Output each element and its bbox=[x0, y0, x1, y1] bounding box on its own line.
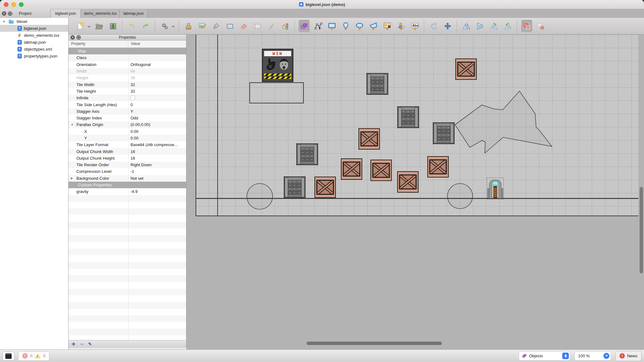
insert-template-icon[interactable] bbox=[396, 20, 406, 32]
shape-fill-icon[interactable] bbox=[225, 20, 235, 32]
chevron-down-icon[interactable] bbox=[87, 24, 91, 28]
property-value[interactable]: Not set bbox=[128, 175, 186, 182]
property-row-Y[interactable]: Y0.00 bbox=[69, 135, 186, 141]
property-row-Tile Height[interactable]: Tile Height32 bbox=[69, 88, 186, 95]
redo-icon[interactable] bbox=[140, 20, 151, 32]
property-row-Stagger Index[interactable]: Stagger IndexOdd bbox=[69, 115, 186, 121]
property-row-Orientation[interactable]: OrientationOrthogonal bbox=[69, 61, 186, 68]
metal-crate[interactable] bbox=[367, 73, 388, 95]
tab-labmap.json[interactable]: labmap.json bbox=[119, 9, 148, 18]
tab-demo_elements.tsx[interactable]: demo_elements.tsx bbox=[81, 9, 119, 18]
select-same-tile-icon[interactable] bbox=[280, 20, 291, 32]
property-value[interactable]: -4.9 bbox=[128, 188, 186, 195]
flip-horizontal-icon[interactable] bbox=[461, 20, 472, 32]
portal[interactable] bbox=[487, 178, 504, 199]
tab-biglevel.json[interactable]: biglevel.json bbox=[51, 9, 81, 18]
rotate-right-icon[interactable] bbox=[502, 20, 513, 32]
property-value[interactable]: Y bbox=[128, 108, 186, 115]
property-value[interactable]: Right Down bbox=[128, 162, 186, 168]
insert-polygon-icon[interactable] bbox=[368, 20, 379, 32]
insert-point-icon[interactable] bbox=[340, 20, 351, 32]
property-row-Tile Render Order[interactable]: Tile Render OrderRight Down bbox=[69, 162, 186, 168]
expander-right-icon[interactable]: ▶ bbox=[71, 177, 73, 180]
metal-crate[interactable] bbox=[284, 177, 305, 198]
zoom-window-button[interactable] bbox=[19, 2, 24, 7]
platform-rect[interactable] bbox=[249, 82, 304, 103]
property-row-X[interactable]: X0.00 bbox=[69, 128, 186, 135]
property-value[interactable] bbox=[128, 54, 186, 61]
minimize-window-button[interactable] bbox=[11, 2, 16, 7]
property-value[interactable]: 0.00 bbox=[128, 128, 186, 135]
property-value[interactable]: 16 bbox=[128, 155, 186, 162]
property-value[interactable]: 16 bbox=[128, 148, 186, 155]
close-window-button[interactable] bbox=[4, 2, 8, 7]
wood-crate[interactable] bbox=[455, 58, 477, 80]
tree-item-propertytypes.json[interactable]: propertytypes.json bbox=[0, 52, 68, 59]
document-new-icon[interactable] bbox=[75, 20, 86, 32]
property-row-Output Chunk Height[interactable]: Output Chunk Height16 bbox=[69, 155, 186, 162]
property-row-Tile Layer Format[interactable]: Tile Layer FormatBase64 (zlib compresse.… bbox=[69, 141, 186, 148]
tree-item-demo_elements.tsx[interactable]: demo_elements.tsx bbox=[0, 32, 68, 39]
property-value[interactable]: Orthogonal bbox=[128, 61, 186, 68]
property-row-Tile Width[interactable]: Tile Width32 bbox=[69, 81, 186, 88]
metal-crate[interactable] bbox=[297, 144, 318, 165]
metal-crate[interactable] bbox=[397, 107, 419, 128]
eraser-icon[interactable] bbox=[238, 20, 249, 32]
metal-crate[interactable] bbox=[433, 123, 454, 144]
wood-crate[interactable] bbox=[427, 156, 449, 178]
property-row-Tile Side Length (Hex)[interactable]: Tile Side Length (Hex)0 bbox=[69, 101, 186, 108]
rotate-icon[interactable] bbox=[428, 20, 439, 32]
horizontal-scrollbar[interactable] bbox=[307, 342, 442, 345]
issues-indicator[interactable]: ! 0 0 bbox=[18, 351, 49, 361]
wood-crate[interactable] bbox=[370, 160, 392, 181]
property-row-Class[interactable]: Class bbox=[69, 54, 186, 61]
bucket-fill-icon[interactable] bbox=[211, 20, 221, 32]
document-open-icon[interactable] bbox=[94, 20, 104, 32]
property-value[interactable] bbox=[128, 95, 186, 101]
infinite-checkbox[interactable] bbox=[130, 96, 135, 100]
property-value[interactable]: (0.00,0.00) bbox=[128, 121, 186, 128]
highlight-hovered-object-icon[interactable] bbox=[535, 20, 546, 32]
layer-mode-select[interactable]: Objects bbox=[519, 351, 570, 360]
property-value[interactable]: 0.00 bbox=[128, 135, 186, 141]
zoom-select[interactable]: 100 % bbox=[575, 351, 611, 360]
map-canvas[interactable]: WIN bbox=[186, 35, 644, 349]
expander-icon[interactable]: ▼ bbox=[3, 20, 6, 23]
highlight-current-layer-icon[interactable] bbox=[521, 20, 532, 32]
chevron-down-icon[interactable] bbox=[172, 24, 175, 28]
property-row-Infinite[interactable]: Infinite bbox=[69, 95, 186, 101]
property-row-Compression Level[interactable]: Compression Level-1 bbox=[69, 168, 186, 175]
select-objects-icon[interactable] bbox=[299, 20, 309, 32]
stepper-icon[interactable] bbox=[562, 353, 569, 359]
edit-polygons-icon[interactable] bbox=[313, 20, 323, 32]
automap-icon[interactable] bbox=[159, 20, 170, 32]
wood-crate[interactable] bbox=[341, 158, 362, 180]
property-value[interactable]: 32 bbox=[128, 81, 186, 88]
add-property-button[interactable]: ✚ bbox=[72, 342, 75, 346]
property-value[interactable]: 36 bbox=[128, 74, 186, 81]
tree-item-biglevel.json[interactable]: biglevel.json bbox=[0, 25, 68, 32]
property-value[interactable]: Base64 (zlib compresse... bbox=[128, 141, 186, 148]
property-row-Background Color[interactable]: ▶Background ColorNot set bbox=[69, 175, 186, 182]
wood-crate[interactable] bbox=[358, 128, 380, 150]
console-toggle-button[interactable] bbox=[3, 352, 14, 360]
insert-tile-icon[interactable] bbox=[382, 20, 392, 32]
property-value[interactable]: 64 bbox=[128, 68, 186, 74]
property-row-Parallax Origin[interactable]: ▼Parallax Origin(0.00,0.00) bbox=[69, 121, 186, 128]
property-row-Output Chunk Width[interactable]: Output Chunk Width16 bbox=[69, 148, 186, 155]
expander-down-icon[interactable]: ▼ bbox=[71, 123, 74, 126]
property-value[interactable]: -1 bbox=[128, 168, 186, 175]
property-row-Stagger Axis[interactable]: Stagger AxisY bbox=[69, 108, 186, 115]
property-row-Height[interactable]: Height36 bbox=[69, 74, 186, 81]
tree-item-tileset[interactable]: ▼tileset bbox=[0, 18, 68, 25]
wood-crate[interactable] bbox=[314, 177, 336, 198]
news-button[interactable]: ! News bbox=[615, 351, 641, 361]
rotate-left-icon[interactable] bbox=[489, 20, 499, 32]
rect-select-icon[interactable] bbox=[252, 20, 263, 32]
remove-property-button[interactable]: ━ bbox=[80, 342, 83, 346]
terrain-brush-icon[interactable] bbox=[197, 20, 208, 32]
stamp-brush-icon[interactable] bbox=[183, 20, 194, 32]
flip-vertical-icon[interactable] bbox=[475, 20, 486, 32]
insert-text-icon[interactable]: Abc bbox=[409, 20, 420, 32]
property-value[interactable]: 32 bbox=[128, 88, 186, 95]
